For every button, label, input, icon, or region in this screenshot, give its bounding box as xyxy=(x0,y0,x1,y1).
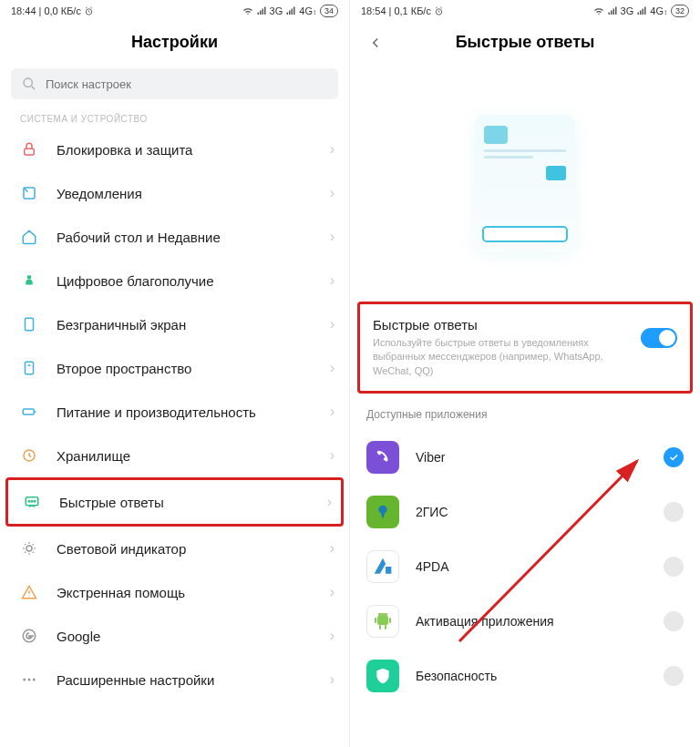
setting-row-wellbeing[interactable]: Цифровое благополучие› xyxy=(0,259,349,302)
chevron-right-icon: › xyxy=(330,141,335,158)
app-label: 4PDA xyxy=(416,559,647,574)
setting-label: Хранилище xyxy=(57,448,312,464)
app-icon xyxy=(366,441,399,474)
toggle-description: Используйте быстрые ответы в уведомления… xyxy=(373,336,630,378)
svg-rect-38 xyxy=(378,613,387,616)
setting-label: Световой индикатор xyxy=(57,541,312,557)
radio-unselected[interactable] xyxy=(664,557,684,577)
svg-rect-1 xyxy=(257,13,259,15)
svg-rect-10 xyxy=(25,148,35,155)
setting-row-google[interactable]: Google› xyxy=(0,614,349,658)
svg-rect-13 xyxy=(26,318,34,331)
chevron-right-icon: › xyxy=(330,272,335,289)
svg-point-23 xyxy=(23,679,26,681)
signal-icon-2 xyxy=(637,6,646,15)
app-label: 2ГИС xyxy=(416,505,647,519)
radio-selected[interactable] xyxy=(664,447,684,467)
fullscreen-icon xyxy=(20,315,38,333)
app-row[interactable]: 4PDA xyxy=(350,539,700,594)
svg-rect-4 xyxy=(264,7,266,15)
setting-row-led[interactable]: Световой индикатор› xyxy=(0,527,349,570)
setting-row-storage[interactable]: Хранилище› xyxy=(0,434,349,477)
lock-icon xyxy=(20,140,38,159)
svg-rect-30 xyxy=(615,7,617,15)
svg-rect-29 xyxy=(612,9,614,15)
wifi-icon xyxy=(242,6,253,15)
svg-rect-8 xyxy=(293,7,295,15)
app-row[interactable]: Активация приложения xyxy=(350,594,700,649)
svg-rect-7 xyxy=(292,9,293,15)
svg-rect-3 xyxy=(262,9,263,15)
app-label: Viber xyxy=(416,450,647,465)
app-row[interactable]: Viber xyxy=(350,430,700,485)
chevron-right-icon: › xyxy=(330,185,335,201)
toggle-title: Быстрые ответы xyxy=(373,317,630,333)
apps-list: Viber2ГИС4PDAАктивация приложенияБезопас… xyxy=(350,430,700,703)
home-icon xyxy=(20,228,38,246)
svg-rect-31 xyxy=(638,13,640,15)
app-row[interactable]: Безопасность xyxy=(350,649,700,703)
svg-point-25 xyxy=(33,679,36,681)
setting-row-quick-reply[interactable]: Быстрые ответы› xyxy=(8,480,341,524)
signal-icon xyxy=(257,6,266,15)
signal-icon-2 xyxy=(286,6,295,15)
setting-row-fullscreen[interactable]: Безграничный экран› xyxy=(0,302,349,346)
status-net2: 4G↕ xyxy=(650,5,667,16)
app-icon xyxy=(366,496,399,528)
chevron-right-icon: › xyxy=(330,540,335,557)
chevron-right-icon: › xyxy=(330,628,335,644)
section-header: СИСТЕМА И УСТРОЙСТВО xyxy=(0,108,349,128)
setting-label: Быстрые ответы xyxy=(59,495,309,510)
setting-row-lock[interactable]: Блокировка и защита› xyxy=(0,128,349,171)
app-icon xyxy=(366,605,399,638)
svg-rect-32 xyxy=(640,11,642,15)
setting-label: Уведомления xyxy=(57,186,312,201)
settings-list: Блокировка и защита›Уведомления›Рабочий … xyxy=(0,128,349,747)
advanced-icon xyxy=(20,670,38,689)
svg-point-36 xyxy=(378,506,386,514)
radio-unselected[interactable] xyxy=(664,666,684,686)
chevron-right-icon: › xyxy=(330,584,335,600)
radio-unselected[interactable] xyxy=(664,502,684,522)
setting-row-second-space[interactable]: Второе пространство› xyxy=(0,346,349,390)
quick-replies-switch[interactable] xyxy=(641,328,677,348)
quick-replies-screen: 18:54 | 0,1 КБ/с 3G 4G↕ 32 Быстрые ответ… xyxy=(350,0,700,747)
svg-rect-37 xyxy=(386,567,391,574)
battery-level: 32 xyxy=(671,5,689,17)
setting-row-notification[interactable]: Уведомления› xyxy=(0,171,349,215)
setting-label: Безграничный экран xyxy=(57,317,312,333)
setting-label: Рабочий стол и Недавние xyxy=(57,230,312,245)
wifi-icon xyxy=(593,6,604,15)
status-net1: 3G xyxy=(621,5,634,16)
setting-row-advanced[interactable]: Расширенные настройки› xyxy=(0,658,349,701)
google-icon xyxy=(20,627,38,645)
setting-row-home[interactable]: Рабочий стол и Недавние› xyxy=(0,215,349,259)
alarm-icon xyxy=(434,6,444,16)
available-apps-header: Доступные приложения xyxy=(350,403,700,430)
back-button[interactable] xyxy=(365,32,386,54)
chevron-right-icon: › xyxy=(327,494,332,510)
app-label: Безопасность xyxy=(416,669,647,683)
setting-label: Питание и производительность xyxy=(57,404,312,420)
svg-rect-5 xyxy=(287,13,289,15)
svg-point-9 xyxy=(24,78,32,87)
setting-row-battery[interactable]: Питание и производительность› xyxy=(0,390,349,434)
page-title: Быстрые ответы xyxy=(350,20,700,65)
app-row[interactable]: 2ГИС xyxy=(350,485,700,539)
svg-rect-14 xyxy=(26,362,34,374)
wellbeing-icon xyxy=(20,271,38,290)
chevron-right-icon: › xyxy=(330,360,335,376)
svg-rect-28 xyxy=(611,11,612,15)
highlight-annotation: Быстрые ответы› xyxy=(5,477,344,527)
app-label: Активация приложения xyxy=(416,614,647,629)
setting-label: Расширенные настройки xyxy=(57,672,312,688)
status-time: 18:44 xyxy=(11,5,36,16)
app-icon xyxy=(366,660,399,692)
settings-screen: 18:44 | 0,0 КБ/с 3G 4G↕ 34 Настройки СИС… xyxy=(0,0,350,747)
svg-rect-41 xyxy=(377,616,388,625)
search-input[interactable] xyxy=(11,68,338,99)
setting-row-emergency[interactable]: Экстренная помощь› xyxy=(0,570,349,614)
signal-icon xyxy=(608,6,617,15)
svg-rect-44 xyxy=(379,625,381,629)
radio-unselected[interactable] xyxy=(664,611,684,631)
